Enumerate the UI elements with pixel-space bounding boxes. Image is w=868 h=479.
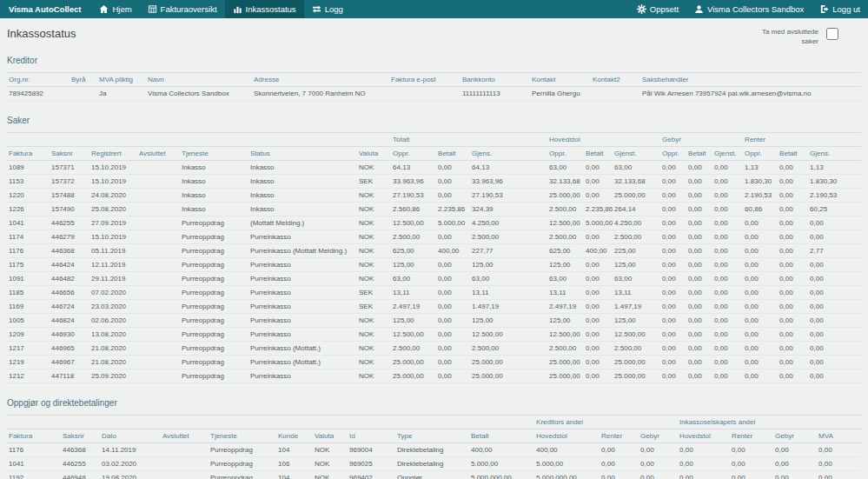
table-cell: Purreoppdrag (180, 271, 248, 285)
table-cell: 0,00 (712, 285, 743, 299)
table-cell: 03.02.2020 (100, 456, 161, 470)
app-brand: Visma AutoCollect (0, 0, 91, 18)
table-cell: 0,00 (686, 188, 712, 202)
table-cell: 0,00 (436, 355, 470, 369)
table-row: 789425892JaVisma Collectors SandboxSkonn… (7, 86, 861, 100)
table-cell: 0,00 (743, 327, 778, 341)
saker-heading: Saker (7, 116, 861, 125)
table-cell: 21.08.2020 (89, 355, 137, 369)
nav-label: Logg ut (832, 4, 860, 14)
table-cell: 0,00 (817, 456, 861, 470)
table-cell: NOK (357, 341, 391, 355)
table-cell: 0,00 (743, 299, 778, 313)
table-cell: NOK (313, 456, 348, 470)
table-cell: 0,00 (686, 299, 712, 313)
table-cell: 789425892 (7, 86, 70, 100)
table-cell (137, 285, 180, 299)
table-cell: 969402 (348, 470, 395, 479)
column-group-totalt: Totalt (391, 132, 547, 146)
table-cell: 2.500,00 (613, 341, 660, 355)
table-cell: 27.190,53 (391, 188, 436, 202)
table-cell: 0,00 (584, 160, 613, 174)
table-cell: Purreoppdrag (180, 369, 248, 383)
table-cell: Inkasso (248, 202, 357, 216)
table-cell: 25.000,00 (391, 355, 436, 369)
nav-label: Fakturaoversikt (161, 4, 217, 14)
table-cell: 2.500,00 (547, 230, 584, 243)
table-cell: 0,00 (584, 355, 613, 369)
saker-group-header-row: Totalt Hovedstol Gebyr Renter (7, 132, 861, 146)
table-cell: 0,00 (686, 341, 712, 355)
table-cell (70, 86, 97, 100)
table-cell: 0,00 (660, 216, 686, 230)
include-closed-checkbox[interactable] (826, 28, 838, 40)
nav-item-logg[interactable]: Logg (304, 0, 351, 18)
table-cell: 0,00 (686, 243, 712, 257)
table-cell: 125,00 (613, 313, 660, 327)
column-header: Valuta (357, 146, 391, 160)
column-header: Betalt (686, 146, 712, 160)
nav-item-fakturaoversikt[interactable]: Fakturaoversikt (140, 0, 225, 18)
table-cell: 1226 (7, 202, 50, 216)
table-cell: 2.560,86 (391, 202, 436, 216)
table-cell: Purreinkasso (248, 271, 357, 285)
table-cell: 1217 (7, 341, 50, 355)
table-cell: 0,00 (730, 442, 773, 456)
table-cell: NOK (313, 470, 348, 479)
table-cell: 63,00 (547, 160, 584, 174)
table-cell: 446656 (50, 285, 89, 299)
user-menu[interactable]: Visma Collectors Sandbox (686, 0, 812, 18)
nav-item-hjem[interactable]: Hjem (91, 0, 139, 18)
table-cell: 446279 (50, 230, 89, 243)
gear-icon (637, 4, 646, 14)
column-header: Gjens. (808, 146, 861, 160)
page-content: Inkassostatus Ta med avsluttede saker Kr… (0, 18, 868, 479)
table-cell: 0,00 (686, 257, 712, 271)
table-cell: 0,00 (773, 456, 817, 470)
table-row: 122015748824.08.2020InkassoInkassoNOK27.… (7, 188, 861, 202)
table-cell: 64,13 (391, 160, 436, 174)
table-cell: 157488 (50, 188, 89, 202)
saker-section: Saker Totalt Hovedstol Gebyr Renter Fakt… (7, 116, 861, 383)
table-cell: Purreoppdrag (209, 470, 276, 479)
table-cell: 0,00 (660, 285, 686, 299)
oppsett-button[interactable]: Oppsett (629, 0, 686, 18)
table-cell: 21.08.2020 (89, 341, 137, 355)
top-navbar: Visma AutoCollect Hjem Fakturaoversikt I… (0, 0, 868, 18)
column-header: Valuta (313, 429, 348, 442)
table-cell: NOK (313, 442, 348, 456)
table-cell: 2.500,00 (470, 230, 547, 243)
table-cell: 0,00 (773, 470, 817, 479)
oppgjor-section: Oppgjør og direktebetalinger Kreditors a… (7, 398, 861, 479)
nav-label: Inkassostatus (246, 4, 296, 14)
title-row: Inkassostatus Ta med avsluttede saker (7, 27, 861, 47)
table-cell: Purreoppdrag (209, 456, 276, 470)
table-cell (137, 355, 180, 369)
logout-button[interactable]: Logg ut (812, 0, 868, 18)
table-cell (137, 327, 180, 341)
table-cell: 324,39 (470, 202, 547, 216)
table-cell: 4.250,00 (613, 216, 660, 230)
table-cell: 264,14 (613, 202, 660, 216)
table-cell: 23.03.2020 (89, 299, 137, 313)
table-cell: 157490 (50, 202, 89, 216)
column-header: Betalt (584, 146, 613, 160)
table-row: 117444627915.10.2019PurreoppdragPurreink… (7, 230, 861, 243)
table-cell: 0,00 (660, 327, 686, 341)
table-cell: 0,00 (678, 442, 730, 456)
table-row: 108915737115.10.2019InkassoInkassoNOK64,… (7, 160, 861, 174)
column-group-spacer (817, 415, 861, 429)
table-cell: Purreoppdrag (180, 355, 248, 369)
table-cell: 0,00 (712, 341, 743, 355)
table-cell: Skonnertveien, 7 7000 Ranheim NO (252, 86, 389, 100)
table-cell: 0,00 (436, 257, 470, 271)
table-cell: 1091 (7, 271, 50, 285)
table-cell: 0,00 (808, 299, 861, 313)
table-cell: 625,00 (391, 243, 436, 257)
table-cell: 125,00 (391, 257, 436, 271)
table-cell: 12.500,00 (547, 327, 584, 341)
nav-item-inkassostatus[interactable]: Inkassostatus (225, 0, 304, 18)
table-cell (137, 271, 180, 285)
column-header: Tjeneste (180, 146, 248, 160)
table-cell (137, 243, 180, 257)
